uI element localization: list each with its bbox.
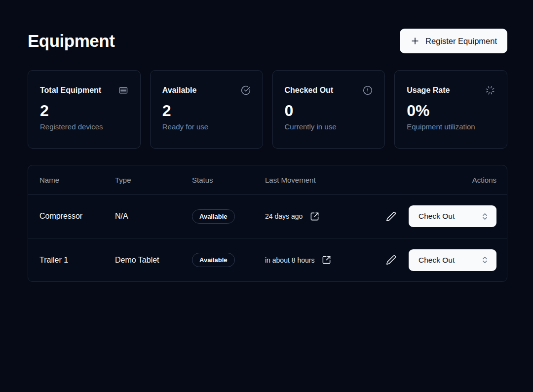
- alert-circle-icon: [363, 85, 373, 95]
- stat-label: Available: [162, 86, 197, 95]
- equipment-name: Compressor: [39, 212, 115, 221]
- stat-subtitle: Registered devices: [40, 122, 128, 131]
- equipment-type: N/A: [115, 212, 192, 221]
- column-header-actions: Actions: [472, 176, 496, 184]
- stats-row: Total Equipment 2 Registered devices Ava…: [28, 70, 507, 149]
- checkout-action-label: Check Out: [419, 212, 455, 221]
- stat-subtitle: Ready for use: [162, 122, 251, 131]
- stat-card-available: Available 2 Ready for use: [150, 70, 263, 149]
- plus-icon: [410, 36, 420, 46]
- stat-label: Checked Out: [285, 86, 334, 95]
- equipment-name: Trailer 1: [39, 256, 115, 265]
- checkout-action-select[interactable]: Check Out: [409, 249, 496, 271]
- equipment-table: Name Type Status Last Movement Actions C…: [28, 165, 507, 282]
- status-cell: Available: [192, 209, 265, 224]
- table-row: Compressor N/A Available 24 days ago Che…: [28, 195, 507, 238]
- stat-card-total-equipment: Total Equipment 2 Registered devices: [28, 70, 141, 149]
- stat-value: 0: [285, 102, 373, 120]
- last-movement-cell: 24 days ago: [265, 212, 385, 221]
- page-title: Equipment: [28, 31, 114, 51]
- status-badge: Available: [192, 209, 235, 224]
- table-header-row: Name Type Status Last Movement Actions: [28, 165, 507, 195]
- table-row: Trailer 1 Demo Tablet Available in about…: [28, 238, 507, 281]
- equipment-page: Equipment Register Equipment Total Equip…: [28, 29, 507, 282]
- column-header-type: Type: [115, 176, 192, 184]
- external-link-icon[interactable]: [310, 212, 319, 221]
- stat-label: Usage Rate: [407, 86, 450, 95]
- register-equipment-button[interactable]: Register Equipment: [400, 29, 507, 53]
- loader-icon: [485, 85, 495, 95]
- chevrons-up-down-icon: [481, 212, 489, 221]
- equipment-type: Demo Tablet: [115, 256, 192, 265]
- last-movement-text: 24 days ago: [265, 212, 303, 220]
- external-link-icon[interactable]: [322, 255, 331, 265]
- edit-pencil-icon[interactable]: [385, 210, 397, 223]
- stat-card-checked-out: Checked Out 0 Currently in use: [272, 70, 385, 149]
- stat-subtitle: Currently in use: [285, 122, 373, 131]
- actions-cell: Check Out: [385, 205, 496, 227]
- last-movement-text: in about 8 hours: [265, 256, 314, 264]
- column-header-last-movement: Last Movement: [265, 176, 472, 184]
- chevrons-up-down-icon: [481, 256, 489, 264]
- edit-pencil-icon[interactable]: [385, 254, 397, 266]
- column-header-name: Name: [39, 176, 115, 184]
- server-icon: [118, 85, 128, 95]
- stat-value: 0%: [407, 102, 495, 120]
- checkout-action-select[interactable]: Check Out: [409, 205, 496, 227]
- column-header-status: Status: [192, 176, 265, 184]
- checkout-action-label: Check Out: [419, 256, 455, 265]
- stat-value: 2: [40, 102, 128, 120]
- actions-cell: Check Out: [385, 249, 496, 271]
- stat-card-usage-rate: Usage Rate 0% Equipment utilization: [394, 70, 507, 149]
- stat-value: 2: [162, 102, 251, 120]
- stat-label: Total Equipment: [40, 86, 101, 95]
- register-equipment-label: Register Equipment: [425, 37, 497, 46]
- last-movement-cell: in about 8 hours: [265, 255, 385, 265]
- status-cell: Available: [192, 253, 265, 267]
- stat-subtitle: Equipment utilization: [407, 122, 495, 131]
- page-header: Equipment Register Equipment: [28, 29, 507, 53]
- check-circle-icon: [241, 85, 251, 95]
- status-badge: Available: [192, 253, 235, 267]
